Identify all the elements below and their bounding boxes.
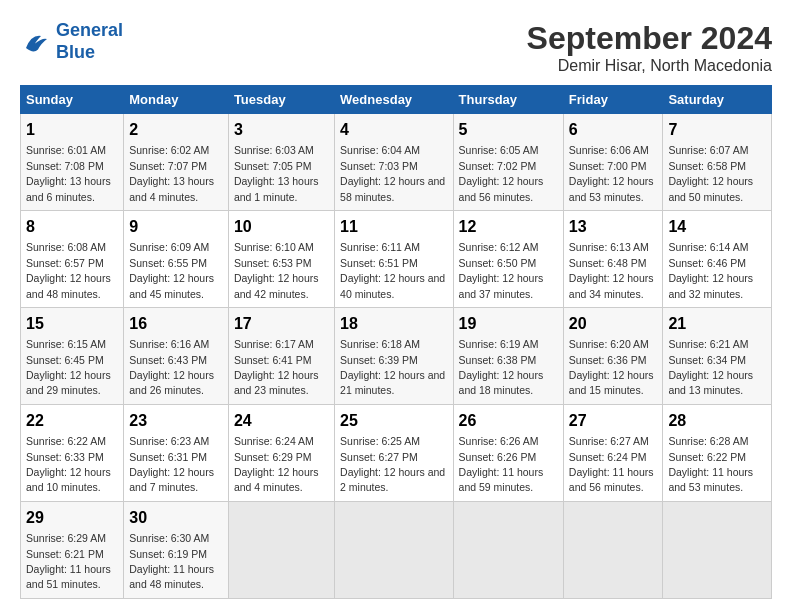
table-row: 1 Sunrise: 6:01 AMSunset: 7:08 PMDayligh… [21, 114, 124, 211]
table-row: 2 Sunrise: 6:02 AMSunset: 7:07 PMDayligh… [124, 114, 229, 211]
title-block: September 2024 Demir Hisar, North Macedo… [527, 20, 772, 75]
table-row: 13 Sunrise: 6:13 AMSunset: 6:48 PMDaylig… [563, 210, 663, 307]
day-info: Sunrise: 6:06 AMSunset: 7:00 PMDaylight:… [569, 144, 654, 202]
table-row [228, 501, 334, 598]
table-row: 28 Sunrise: 6:28 AMSunset: 6:22 PMDaylig… [663, 404, 772, 501]
table-row: 10 Sunrise: 6:10 AMSunset: 6:53 PMDaylig… [228, 210, 334, 307]
day-number: 15 [26, 313, 118, 335]
table-row: 5 Sunrise: 6:05 AMSunset: 7:02 PMDayligh… [453, 114, 563, 211]
day-info: Sunrise: 6:11 AMSunset: 6:51 PMDaylight:… [340, 241, 445, 299]
calendar-header-row: Sunday Monday Tuesday Wednesday Thursday… [21, 86, 772, 114]
table-row: 21 Sunrise: 6:21 AMSunset: 6:34 PMDaylig… [663, 307, 772, 404]
calendar-table: Sunday Monday Tuesday Wednesday Thursday… [20, 85, 772, 599]
day-number: 19 [459, 313, 558, 335]
calendar-week-row: 29 Sunrise: 6:29 AMSunset: 6:21 PMDaylig… [21, 501, 772, 598]
table-row: 27 Sunrise: 6:27 AMSunset: 6:24 PMDaylig… [563, 404, 663, 501]
table-row: 26 Sunrise: 6:26 AMSunset: 6:26 PMDaylig… [453, 404, 563, 501]
table-row: 23 Sunrise: 6:23 AMSunset: 6:31 PMDaylig… [124, 404, 229, 501]
day-number: 9 [129, 216, 223, 238]
calendar-week-row: 22 Sunrise: 6:22 AMSunset: 6:33 PMDaylig… [21, 404, 772, 501]
day-info: Sunrise: 6:23 AMSunset: 6:31 PMDaylight:… [129, 435, 214, 493]
table-row: 30 Sunrise: 6:30 AMSunset: 6:19 PMDaylig… [124, 501, 229, 598]
table-row: 14 Sunrise: 6:14 AMSunset: 6:46 PMDaylig… [663, 210, 772, 307]
day-number: 20 [569, 313, 658, 335]
day-number: 30 [129, 507, 223, 529]
page-header: General Blue September 2024 Demir Hisar,… [20, 20, 772, 75]
day-number: 3 [234, 119, 329, 141]
day-info: Sunrise: 6:14 AMSunset: 6:46 PMDaylight:… [668, 241, 753, 299]
day-info: Sunrise: 6:18 AMSunset: 6:39 PMDaylight:… [340, 338, 445, 396]
day-info: Sunrise: 6:22 AMSunset: 6:33 PMDaylight:… [26, 435, 111, 493]
page-subtitle: Demir Hisar, North Macedonia [527, 57, 772, 75]
table-row: 4 Sunrise: 6:04 AMSunset: 7:03 PMDayligh… [335, 114, 453, 211]
day-number: 27 [569, 410, 658, 432]
calendar-week-row: 8 Sunrise: 6:08 AMSunset: 6:57 PMDayligh… [21, 210, 772, 307]
table-row [453, 501, 563, 598]
day-number: 26 [459, 410, 558, 432]
table-row: 3 Sunrise: 6:03 AMSunset: 7:05 PMDayligh… [228, 114, 334, 211]
table-row: 18 Sunrise: 6:18 AMSunset: 6:39 PMDaylig… [335, 307, 453, 404]
table-row: 6 Sunrise: 6:06 AMSunset: 7:00 PMDayligh… [563, 114, 663, 211]
day-info: Sunrise: 6:05 AMSunset: 7:02 PMDaylight:… [459, 144, 544, 202]
logo: General Blue [20, 20, 123, 63]
table-row: 15 Sunrise: 6:15 AMSunset: 6:45 PMDaylig… [21, 307, 124, 404]
day-number: 25 [340, 410, 447, 432]
table-row: 7 Sunrise: 6:07 AMSunset: 6:58 PMDayligh… [663, 114, 772, 211]
day-info: Sunrise: 6:01 AMSunset: 7:08 PMDaylight:… [26, 144, 111, 202]
table-row: 11 Sunrise: 6:11 AMSunset: 6:51 PMDaylig… [335, 210, 453, 307]
day-number: 13 [569, 216, 658, 238]
day-info: Sunrise: 6:10 AMSunset: 6:53 PMDaylight:… [234, 241, 319, 299]
calendar-week-row: 1 Sunrise: 6:01 AMSunset: 7:08 PMDayligh… [21, 114, 772, 211]
day-info: Sunrise: 6:25 AMSunset: 6:27 PMDaylight:… [340, 435, 445, 493]
table-row: 20 Sunrise: 6:20 AMSunset: 6:36 PMDaylig… [563, 307, 663, 404]
day-number: 21 [668, 313, 766, 335]
day-number: 10 [234, 216, 329, 238]
day-info: Sunrise: 6:27 AMSunset: 6:24 PMDaylight:… [569, 435, 654, 493]
day-number: 16 [129, 313, 223, 335]
day-info: Sunrise: 6:12 AMSunset: 6:50 PMDaylight:… [459, 241, 544, 299]
day-number: 17 [234, 313, 329, 335]
day-number: 11 [340, 216, 447, 238]
page-title: September 2024 [527, 20, 772, 57]
day-number: 23 [129, 410, 223, 432]
table-row: 9 Sunrise: 6:09 AMSunset: 6:55 PMDayligh… [124, 210, 229, 307]
table-row [335, 501, 453, 598]
day-info: Sunrise: 6:19 AMSunset: 6:38 PMDaylight:… [459, 338, 544, 396]
day-info: Sunrise: 6:17 AMSunset: 6:41 PMDaylight:… [234, 338, 319, 396]
table-row: 8 Sunrise: 6:08 AMSunset: 6:57 PMDayligh… [21, 210, 124, 307]
day-number: 2 [129, 119, 223, 141]
day-info: Sunrise: 6:07 AMSunset: 6:58 PMDaylight:… [668, 144, 753, 202]
day-info: Sunrise: 6:16 AMSunset: 6:43 PMDaylight:… [129, 338, 214, 396]
day-number: 22 [26, 410, 118, 432]
header-thursday: Thursday [453, 86, 563, 114]
day-number: 14 [668, 216, 766, 238]
day-number: 28 [668, 410, 766, 432]
day-number: 1 [26, 119, 118, 141]
day-info: Sunrise: 6:03 AMSunset: 7:05 PMDaylight:… [234, 144, 319, 202]
day-number: 6 [569, 119, 658, 141]
header-tuesday: Tuesday [228, 86, 334, 114]
day-info: Sunrise: 6:15 AMSunset: 6:45 PMDaylight:… [26, 338, 111, 396]
header-saturday: Saturday [663, 86, 772, 114]
header-wednesday: Wednesday [335, 86, 453, 114]
day-info: Sunrise: 6:20 AMSunset: 6:36 PMDaylight:… [569, 338, 654, 396]
day-info: Sunrise: 6:08 AMSunset: 6:57 PMDaylight:… [26, 241, 111, 299]
table-row: 22 Sunrise: 6:22 AMSunset: 6:33 PMDaylig… [21, 404, 124, 501]
day-info: Sunrise: 6:24 AMSunset: 6:29 PMDaylight:… [234, 435, 319, 493]
day-number: 4 [340, 119, 447, 141]
day-info: Sunrise: 6:29 AMSunset: 6:21 PMDaylight:… [26, 532, 111, 590]
logo-icon [20, 27, 50, 57]
table-row: 25 Sunrise: 6:25 AMSunset: 6:27 PMDaylig… [335, 404, 453, 501]
day-number: 18 [340, 313, 447, 335]
header-monday: Monday [124, 86, 229, 114]
day-info: Sunrise: 6:04 AMSunset: 7:03 PMDaylight:… [340, 144, 445, 202]
day-info: Sunrise: 6:09 AMSunset: 6:55 PMDaylight:… [129, 241, 214, 299]
calendar-week-row: 15 Sunrise: 6:15 AMSunset: 6:45 PMDaylig… [21, 307, 772, 404]
table-row: 29 Sunrise: 6:29 AMSunset: 6:21 PMDaylig… [21, 501, 124, 598]
table-row: 17 Sunrise: 6:17 AMSunset: 6:41 PMDaylig… [228, 307, 334, 404]
day-number: 12 [459, 216, 558, 238]
day-info: Sunrise: 6:26 AMSunset: 6:26 PMDaylight:… [459, 435, 544, 493]
table-row [663, 501, 772, 598]
day-info: Sunrise: 6:28 AMSunset: 6:22 PMDaylight:… [668, 435, 753, 493]
day-info: Sunrise: 6:02 AMSunset: 7:07 PMDaylight:… [129, 144, 214, 202]
